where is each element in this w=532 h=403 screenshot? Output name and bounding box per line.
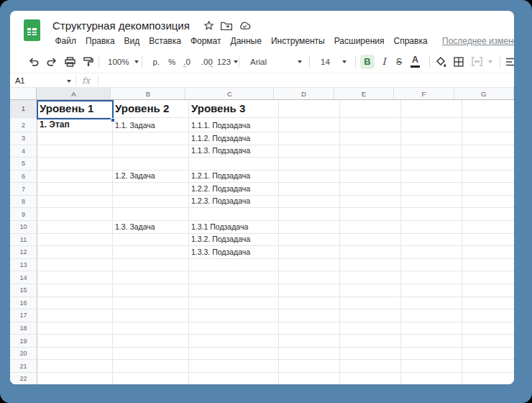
cell-D12[interactable] [279,246,340,258]
cell-C15[interactable] [189,284,279,296]
cell-D20[interactable] [279,348,340,360]
italic-button[interactable]: I [380,56,388,67]
strikethrough-button[interactable]: S [394,57,404,67]
cell-C7[interactable]: 1.2.2. Подзадача [189,183,279,195]
cell-B10[interactable]: 1.3. Задача [113,221,189,233]
select-all-corner[interactable] [10,88,37,99]
cell-A6[interactable] [37,171,113,183]
cell-D18[interactable] [279,322,340,335]
cell-D21[interactable] [279,360,340,372]
cell-B3[interactable] [113,132,189,145]
cell-C21[interactable] [189,360,279,372]
menu-3[interactable]: Вид [119,36,145,46]
cell-B13[interactable] [113,259,189,271]
cell-F16[interactable] [401,297,462,309]
cell-C11[interactable]: 1.3.2. Подзадача [189,234,279,246]
cell-A1[interactable]: Уровень 1 [37,100,113,117]
row-header-13[interactable]: 13 [10,259,37,271]
cell-C19[interactable] [189,335,279,347]
cell-A14[interactable] [37,271,113,284]
star-icon[interactable] [203,20,214,31]
row-header-8[interactable]: 8 [10,196,37,208]
row-header-19[interactable]: 19 [10,335,37,347]
cell-E13[interactable] [340,259,401,271]
cell-B19[interactable] [113,335,189,347]
cell-A16[interactable] [37,297,113,309]
cell-G18[interactable] [462,322,514,335]
cell-D10[interactable] [279,221,340,233]
cell-A2[interactable]: 1. Этап [37,118,113,132]
row-header-3[interactable]: 3 [10,132,37,145]
cell-E22[interactable] [340,373,401,384]
row-header-4[interactable]: 4 [10,145,37,158]
cell-F2[interactable] [401,118,462,132]
cell-A8[interactable] [37,196,113,208]
cell-G14[interactable] [462,271,514,284]
cell-B14[interactable] [113,271,189,284]
cell-F21[interactable] [401,360,462,372]
cell-B5[interactable] [113,158,189,170]
cell-G15[interactable] [462,284,514,296]
cell-F9[interactable] [401,208,462,220]
cell-B21[interactable] [113,360,189,372]
cell-D8[interactable] [279,196,340,208]
cell-E11[interactable] [340,234,401,246]
cell-D17[interactable] [279,309,340,322]
cell-E16[interactable] [340,297,401,309]
cell-E1[interactable] [340,100,401,117]
cell-A22[interactable] [37,373,113,384]
cell-G7[interactable] [462,183,514,195]
cell-A5[interactable] [37,158,113,170]
font-size-select[interactable]: 14 [321,58,347,66]
row-header-18[interactable]: 18 [10,322,37,335]
decrease-decimals-button[interactable]: .0← [183,58,191,66]
cell-F1[interactable] [401,100,462,117]
cell-A15[interactable] [37,284,113,296]
cell-C6[interactable]: 1.2.1. Подзадача [189,171,279,183]
cell-E10[interactable] [340,221,401,233]
cell-E19[interactable] [340,335,401,347]
row-header-12[interactable]: 12 [10,246,37,258]
cell-D3[interactable] [279,132,340,145]
cell-F3[interactable] [401,132,462,145]
row-header-20[interactable]: 20 [10,348,37,360]
cell-D19[interactable] [279,335,340,347]
cell-E18[interactable] [340,322,401,335]
row-header-17[interactable]: 17 [10,309,37,322]
cell-E2[interactable] [340,118,401,132]
cell-A20[interactable] [37,348,113,360]
menu-2[interactable]: Правка [81,36,120,46]
cell-G5[interactable] [462,158,514,170]
bold-button[interactable]: B [360,55,375,69]
cell-C18[interactable] [189,322,279,335]
cell-E5[interactable] [340,158,401,170]
cell-F12[interactable] [401,246,462,258]
cell-G19[interactable] [462,335,514,347]
cell-C17[interactable] [189,309,279,322]
cell-A17[interactable] [37,309,113,322]
row-header-15[interactable]: 15 [10,284,37,296]
cell-E4[interactable] [340,145,401,158]
cell-F7[interactable] [401,183,462,195]
name-box-caret-icon[interactable] [67,80,71,83]
cell-E20[interactable] [340,348,401,360]
cell-G17[interactable] [462,309,514,322]
cell-C22[interactable] [189,373,279,384]
cell-D1[interactable] [279,100,340,117]
cell-B1[interactable]: Уровень 2 [113,100,189,117]
cell-G4[interactable] [462,145,514,158]
column-header-E[interactable]: E [334,88,394,99]
cell-C4[interactable]: 1.1.3. Подзадача [189,145,279,158]
cell-E7[interactable] [340,183,401,195]
cell-C3[interactable]: 1.1.2. Подзадача [189,132,279,145]
fill-color-button[interactable] [436,57,446,67]
cell-D6[interactable] [279,171,340,183]
row-header-9[interactable]: 9 [10,208,37,220]
merge-cells-button[interactable] [472,57,492,66]
cell-F6[interactable] [401,171,462,183]
row-header-11[interactable]: 11 [10,234,37,246]
cell-D14[interactable] [279,271,340,284]
cell-G10[interactable] [462,221,514,233]
cell-G11[interactable] [462,234,514,246]
column-header-C[interactable]: C [185,88,274,99]
